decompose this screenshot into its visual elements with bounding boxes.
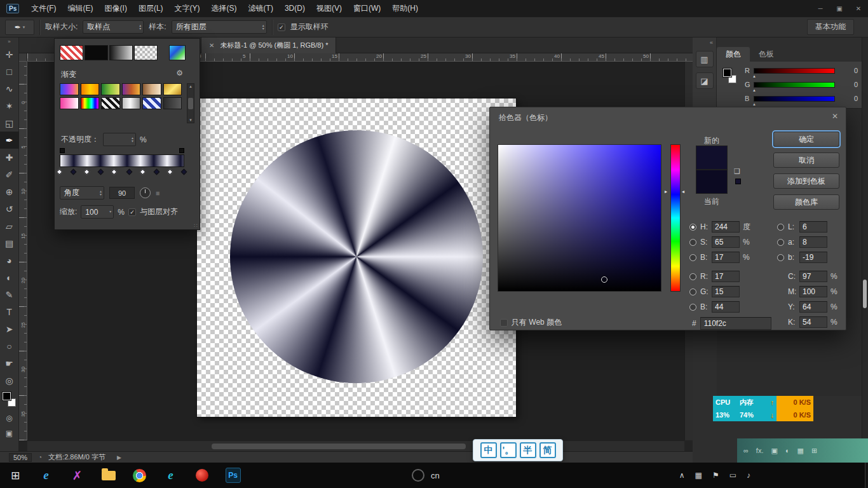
layer-action-icon[interactable]: ◐ [785,447,790,454]
current-tool-button[interactable]: ✒ ▾ [5,20,34,35]
layer-action-icon[interactable]: fx. [756,447,764,454]
color-stop[interactable] [70,169,76,175]
hex-input[interactable] [700,317,771,330]
spectrum-swatch[interactable] [169,45,186,60]
channel-value[interactable]: 0 [840,67,858,74]
folder-icon[interactable] [93,463,124,488]
layer-action-icon[interactable]: ⊞ [811,447,817,455]
angle-dial[interactable] [140,187,151,198]
menu-item[interactable]: 窗口(W) [348,0,386,17]
workspace-switcher[interactable]: 基本功能 [807,19,854,35]
channel-slider[interactable]: ▲ [754,82,835,88]
menu-item[interactable]: 选择(S) [206,0,243,17]
web-cube-icon[interactable]: ❑ [734,167,740,175]
slider-handle-icon[interactable]: ▲ [752,102,756,106]
dock-scroll-thumb[interactable] [863,280,867,308]
volume-icon[interactable]: ♪ [747,471,750,480]
gradient-preset[interactable] [142,97,161,109]
field-radio[interactable] [689,254,696,261]
hue-slider-arrow-left-icon[interactable]: ▸ [665,189,667,194]
slider-handle-icon[interactable]: ▲ [752,74,756,78]
stripe-red-swatch[interactable] [60,45,83,60]
color-field-marker[interactable] [601,276,607,283]
channel-slider[interactable]: ▲ [754,68,835,74]
path-select-tool[interactable]: ➤ [0,320,19,337]
gear-icon[interactable]: ⚙ [176,69,183,78]
display-icon[interactable]: ▭ [729,471,736,480]
collapse-toolbar-icon[interactable]: » [8,37,10,46]
gradient-preset[interactable] [60,97,79,109]
gradient-preset[interactable] [142,83,161,95]
histogram-panel-icon[interactable]: ▥ [696,51,714,67]
field-radio[interactable] [689,304,696,311]
angle-input[interactable] [109,187,135,199]
scale-dropdown[interactable]: 100 ▾ [81,205,114,219]
gradient-preset[interactable] [122,97,141,109]
channel-value[interactable]: 0 [840,95,858,102]
layer-action-icon[interactable]: ∞ [743,447,749,454]
gamut-swatch[interactable] [735,179,741,184]
field-input[interactable] [712,252,740,263]
hand-tool[interactable]: ☛ [0,355,19,372]
foreground-color-swatch[interactable] [723,69,731,77]
close-tab-icon[interactable]: ✕ [209,42,214,49]
chrome-icon[interactable] [124,463,155,488]
gray-gradient-swatch[interactable] [109,45,133,60]
opacity-dropdown[interactable]: ▴▾ [103,133,136,146]
marquee-tool[interactable]: □ [0,63,19,80]
field-input[interactable] [712,286,740,297]
tab-swatches[interactable]: 色板 [750,47,783,62]
ime-mode-button[interactable]: 简 [539,442,556,458]
hue-slider[interactable] [670,144,681,292]
opacity-stop-left[interactable] [60,148,65,153]
gradient-preset[interactable] [163,83,182,95]
sample-dropdown[interactable]: 所有图层 ▴▾ [172,20,267,34]
menu-item[interactable]: 编辑(E) [62,0,99,17]
field-radio[interactable] [689,239,696,246]
zoom-level-field[interactable]: 50% [9,453,32,462]
field-radio[interactable] [777,224,784,231]
minimize-button[interactable]: ─ [811,0,830,17]
crop-tool[interactable]: ◱ [0,114,19,132]
scrollbar-thumb[interactable] [188,98,193,109]
checker-swatch[interactable] [134,45,158,60]
field-input[interactable] [799,316,827,328]
gradient-preset[interactable] [163,97,182,109]
gradient-preset[interactable] [81,97,100,109]
gradient-preset[interactable] [101,97,120,109]
horizontal-scrollbar[interactable] [27,440,684,451]
opacity-stop-right[interactable] [179,148,184,153]
field-input[interactable] [799,221,827,233]
status-menu-arrow-icon[interactable]: ▶ [117,454,121,461]
zoom-tool[interactable]: ◎ [0,372,19,389]
history-brush-tool[interactable]: ↺ [0,200,19,217]
blur-tool[interactable]: ◕ [0,252,19,269]
color-library-button[interactable]: 颜色库 [773,194,839,210]
healing-brush-tool[interactable]: ✚ [0,149,19,166]
menu-item[interactable]: 图像(I) [99,0,133,17]
menu-item[interactable]: 3D(D) [279,0,311,17]
field-input[interactable] [799,252,827,263]
sample-size-dropdown[interactable]: 取样点 ▴▾ [83,20,144,34]
field-input[interactable] [712,221,740,233]
menu-item[interactable]: 滤镜(T) [243,0,279,17]
field-input[interactable] [799,236,827,248]
photoshop-taskbar-icon[interactable]: Ps [217,463,248,488]
pen-tool[interactable]: ✎ [0,286,19,303]
foreground-color-swatch[interactable] [3,392,11,400]
align-with-layer-checkbox[interactable]: ✓ [128,208,136,216]
show-desktop-button[interactable] [865,463,868,488]
ime-mode-button[interactable]: '。 [500,442,517,458]
show-sampling-ring-checkbox[interactable]: ✓ [278,24,285,31]
browser-icon[interactable]: e [155,463,186,488]
magic-wand-tool[interactable]: ✶ [0,97,19,114]
close-button[interactable]: ✕ [849,0,868,17]
close-dialog-icon[interactable]: ✕ [832,112,838,121]
menu-item[interactable]: 图层(L) [133,0,169,17]
panel-color-swatches[interactable] [721,67,742,88]
gradient-preset[interactable] [101,83,120,95]
field-input[interactable] [799,301,827,313]
resize-grip-icon[interactable]: ∷ [194,222,198,229]
dodge-tool[interactable]: ◐ [0,269,19,286]
type-tool[interactable]: T [0,303,19,320]
